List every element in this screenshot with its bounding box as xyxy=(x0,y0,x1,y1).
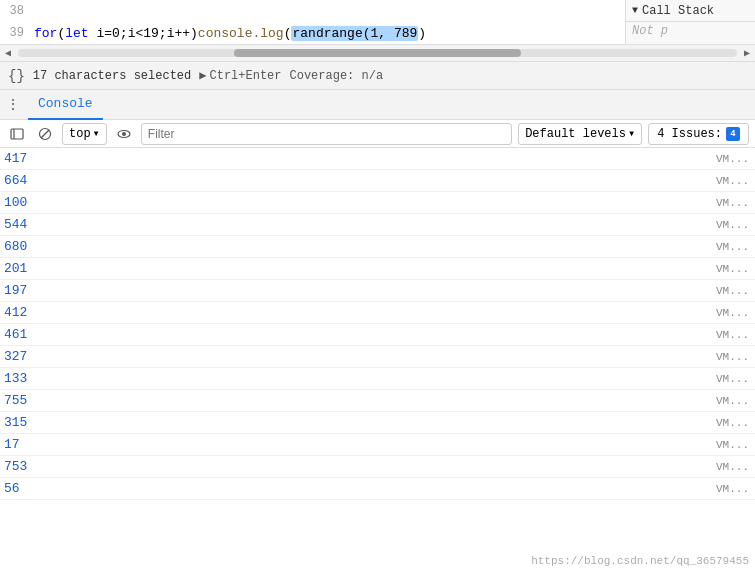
console-row: 100VM... xyxy=(0,192,755,214)
console-row: 56VM... xyxy=(0,478,755,500)
code-close: ) xyxy=(418,26,426,41)
console-source: VM... xyxy=(716,263,749,275)
console-row: 753VM... xyxy=(0,456,755,478)
svg-line-3 xyxy=(41,130,49,138)
eye-button[interactable] xyxy=(113,123,135,145)
run-label: Ctrl+Enter xyxy=(209,69,281,83)
code-open-paren: ( xyxy=(284,26,292,41)
console-value: 664 xyxy=(4,173,54,188)
console-row: 755VM... xyxy=(0,390,755,412)
eye-icon xyxy=(117,127,131,141)
console-row: 17VM... xyxy=(0,434,755,456)
console-row: 680VM... xyxy=(0,236,755,258)
console-row: 197VM... xyxy=(0,280,755,302)
svg-point-5 xyxy=(122,132,126,136)
console-source: VM... xyxy=(716,373,749,385)
console-value: 753 xyxy=(4,459,54,474)
console-source: VM... xyxy=(716,307,749,319)
console-source: VM... xyxy=(716,197,749,209)
console-value: 133 xyxy=(4,371,54,386)
line-number-39: 39 xyxy=(0,26,30,40)
console-row: 664VM... xyxy=(0,170,755,192)
console-value: 17 xyxy=(4,437,54,452)
line-number-38: 38 xyxy=(0,4,30,18)
console-source: VM... xyxy=(716,439,749,451)
console-value: 544 xyxy=(4,217,54,232)
issues-count-badge: 4 xyxy=(726,127,740,141)
scroll-right-arrow[interactable]: ▶ xyxy=(739,45,755,61)
context-arrow-icon: ▾ xyxy=(93,126,100,141)
call-stack-label: Call Stack xyxy=(642,4,714,18)
console-source: VM... xyxy=(716,285,749,297)
console-value: 412 xyxy=(4,305,54,320)
console-row: 417VM... xyxy=(0,148,755,170)
keyword-for: for xyxy=(34,26,57,41)
console-source: VM... xyxy=(716,329,749,341)
console-source: VM... xyxy=(716,395,749,407)
devtools-tabs: ⋮ Console xyxy=(0,90,755,120)
console-row: 412VM... xyxy=(0,302,755,324)
console-row: 461VM... xyxy=(0,324,755,346)
triangle-icon: ▼ xyxy=(632,5,638,16)
scroll-left-arrow[interactable]: ◀ xyxy=(0,45,16,61)
code-loop-var: i=0;i<19;i++) xyxy=(89,26,198,41)
context-selector[interactable]: top ▾ xyxy=(62,123,107,145)
console-toolbar: top ▾ Default levels ▾ 4 Issues: 4 xyxy=(0,120,755,148)
no-entry-icon xyxy=(38,127,52,141)
keyword-let: let xyxy=(65,26,88,41)
levels-label: Default levels xyxy=(525,127,626,141)
editor-section: 38 39 for ( let i=0;i<19;i++) console.lo… xyxy=(0,0,755,62)
levels-arrow-icon: ▾ xyxy=(628,126,635,141)
call-stack-panel: ▼ Call Stack Not p xyxy=(625,0,755,44)
console-row: 201VM... xyxy=(0,258,755,280)
code-line-39: 39 for ( let i=0;i<19;i++) console.log (… xyxy=(0,22,755,44)
console-value: 201 xyxy=(4,261,54,276)
console-value: 100 xyxy=(4,195,54,210)
console-row: 133VM... xyxy=(0,368,755,390)
console-source: VM... xyxy=(716,175,749,187)
issues-text: 4 Issues: xyxy=(657,127,722,141)
console-value: 315 xyxy=(4,415,54,430)
tab-console-label: Console xyxy=(38,96,93,111)
console-value: 680 xyxy=(4,239,54,254)
play-icon: ▶ xyxy=(199,68,206,83)
scrollbar-thumb[interactable] xyxy=(234,49,522,57)
tabs-menu-icon[interactable]: ⋮ xyxy=(6,96,20,113)
console-source: VM... xyxy=(716,241,749,253)
console-source: VM... xyxy=(716,483,749,495)
context-label: top xyxy=(69,127,91,141)
console-row: 544VM... xyxy=(0,214,755,236)
tab-console[interactable]: Console xyxy=(28,90,103,120)
console-value: 197 xyxy=(4,283,54,298)
console-value: 461 xyxy=(4,327,54,342)
curly-braces-icon[interactable]: {} xyxy=(8,68,25,84)
scrollbar-row: ◀ ▶ xyxy=(0,44,755,62)
filter-input[interactable] xyxy=(141,123,512,145)
main-container: 38 39 for ( let i=0;i<19;i++) console.lo… xyxy=(0,0,755,571)
run-button[interactable]: ▶ Ctrl+Enter xyxy=(199,68,281,83)
highlighted-code: randrange(1, 789 xyxy=(291,26,418,41)
console-value: 755 xyxy=(4,393,54,408)
code-paren: ( xyxy=(57,26,65,41)
sidebar-icon xyxy=(10,127,24,141)
console-source: VM... xyxy=(716,351,749,363)
clear-console-button[interactable] xyxy=(34,123,56,145)
watermark: https://blog.csdn.net/qq_36579455 xyxy=(531,555,749,567)
coverage-label: Coverage: n/a xyxy=(290,69,384,83)
console-value: 56 xyxy=(4,481,54,496)
show-sidebar-button[interactable] xyxy=(6,123,28,145)
not-paused-label: Not p xyxy=(626,22,755,40)
issues-button[interactable]: 4 Issues: 4 xyxy=(648,123,749,145)
console-value: 417 xyxy=(4,151,54,166)
console-source: VM... xyxy=(716,219,749,231)
status-bar: {} 17 characters selected ▶ Ctrl+Enter C… xyxy=(0,62,755,90)
call-stack-header: ▼ Call Stack xyxy=(626,0,755,22)
console-source: VM... xyxy=(716,153,749,165)
console-source: VM... xyxy=(716,461,749,473)
svg-rect-0 xyxy=(11,129,23,139)
console-output[interactable]: 417VM...664VM...100VM...544VM...680VM...… xyxy=(0,148,755,571)
levels-select[interactable]: Default levels ▾ xyxy=(518,123,642,145)
console-source: VM... xyxy=(716,417,749,429)
selected-text-status: 17 characters selected xyxy=(33,69,191,83)
scrollbar-track[interactable] xyxy=(18,49,737,57)
